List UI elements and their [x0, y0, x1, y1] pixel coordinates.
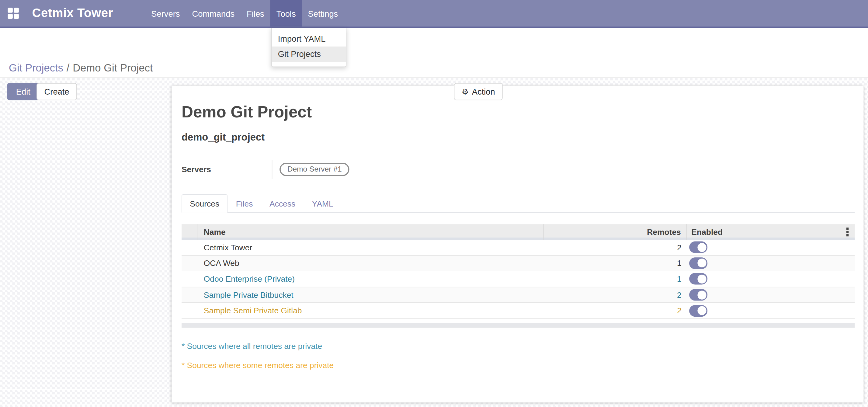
toggle-knob — [698, 306, 706, 315]
brand-title[interactable]: Cetmix Tower — [19, 0, 130, 27]
app-root: Cetmix Tower Servers Commands Files Tool… — [0, 0, 868, 407]
sources-table: Name Remotes Enabled Cetmix Tower 2 OCA … — [182, 224, 855, 319]
top-navbar: Cetmix Tower Servers Commands Files Tool… — [0, 0, 868, 28]
dropdown-item-git-projects[interactable]: Git Projects — [272, 46, 346, 62]
source-name[interactable]: Sample Private Bitbucket — [198, 290, 544, 299]
notebook-tabs: Sources Files Access YAML — [182, 194, 855, 213]
breadcrumb-current: Demo Git Project — [73, 62, 153, 73]
nav-item-servers[interactable]: Servers — [145, 0, 186, 27]
control-panel: Git Projects/Demo Git Project Edit Creat… — [0, 28, 868, 77]
action-button-label: Action — [472, 87, 495, 96]
enabled-toggle[interactable] — [689, 273, 707, 285]
apps-grid-icon — [8, 8, 19, 19]
edit-button[interactable]: Edit — [7, 83, 39, 100]
toggle-knob — [698, 275, 706, 283]
source-remotes-count: 2 — [544, 243, 687, 252]
table-row[interactable]: OCA Web 1 — [182, 255, 855, 271]
tab-files[interactable]: Files — [227, 194, 261, 213]
column-header-name[interactable]: Name — [198, 224, 544, 240]
source-name[interactable]: Sample Semi Private Gitlab — [198, 306, 544, 315]
action-menu-button[interactable]: ⚙︎ Action — [454, 83, 503, 100]
source-remotes-count: 1 — [544, 259, 687, 268]
source-remotes-count: 1 — [544, 275, 687, 283]
nav-item-settings[interactable]: Settings — [302, 0, 344, 27]
record-card: Demo Git Project demo_git_project Server… — [172, 86, 863, 402]
gear-icon: ⚙︎ — [462, 88, 469, 95]
table-row[interactable]: Sample Private Bitbucket 2 — [182, 287, 855, 303]
create-button[interactable]: Create — [36, 83, 77, 100]
enabled-toggle[interactable] — [689, 289, 707, 301]
footnote-some-private: * Sources where some remotes are private — [182, 361, 334, 370]
table-row[interactable]: Cetmix Tower 2 — [182, 240, 855, 255]
breadcrumb-separator: / — [67, 62, 70, 73]
toggle-knob — [698, 259, 706, 268]
tab-yaml[interactable]: YAML — [304, 194, 342, 213]
dropdown-item-import-yaml[interactable]: Import YAML — [272, 31, 346, 46]
nav-item-commands[interactable]: Commands — [186, 0, 241, 27]
nav-item-tools[interactable]: Tools — [270, 0, 302, 27]
enabled-toggle[interactable] — [689, 305, 707, 316]
table-handle-column-header — [182, 224, 198, 240]
source-name[interactable]: Odoo Enterprise (Private) — [198, 275, 544, 283]
column-header-enabled[interactable]: Enabled — [687, 224, 855, 240]
source-remotes-count: 2 — [544, 290, 687, 299]
tab-sources[interactable]: Sources — [182, 194, 227, 213]
horizontal-scrollbar[interactable] — [182, 323, 855, 328]
footnote-all-private: * Sources where all remotes are private — [182, 342, 322, 350]
column-header-remotes[interactable]: Remotes — [544, 224, 687, 240]
table-row[interactable]: Odoo Enterprise (Private) 1 — [182, 271, 855, 287]
source-remotes-count: 2 — [544, 306, 687, 315]
record-technical-name: demo_git_project — [182, 132, 265, 143]
tab-access[interactable]: Access — [261, 194, 304, 213]
source-name[interactable]: Cetmix Tower — [198, 243, 544, 252]
servers-field-row: Servers Demo Server #1 — [182, 160, 349, 179]
field-separator — [272, 160, 273, 179]
apps-menu-button[interactable] — [0, 0, 19, 27]
table-header-row: Name Remotes Enabled — [182, 224, 855, 240]
server-tag[interactable]: Demo Server #1 — [279, 163, 349, 176]
optional-columns-kebab-icon[interactable] — [841, 224, 854, 240]
nav-item-files[interactable]: Files — [241, 0, 270, 27]
breadcrumb: Git Projects/Demo Git Project — [9, 62, 153, 74]
enabled-toggle[interactable] — [689, 257, 707, 269]
enabled-toggle[interactable] — [689, 242, 707, 253]
navbar-menu: Servers Commands Files Tools Settings — [145, 0, 344, 27]
breadcrumb-link-git-projects[interactable]: Git Projects — [9, 62, 63, 73]
tools-dropdown-menu: Import YAML Git Projects — [271, 28, 347, 67]
table-row[interactable]: Sample Semi Private Gitlab 2 — [182, 303, 855, 319]
toggle-knob — [698, 290, 706, 299]
servers-field-label: Servers — [182, 165, 272, 174]
toggle-knob — [698, 243, 706, 252]
record-title: Demo Git Project — [182, 103, 312, 121]
source-name[interactable]: OCA Web — [198, 259, 544, 268]
content-background: Demo Git Project demo_git_project Server… — [0, 78, 868, 407]
